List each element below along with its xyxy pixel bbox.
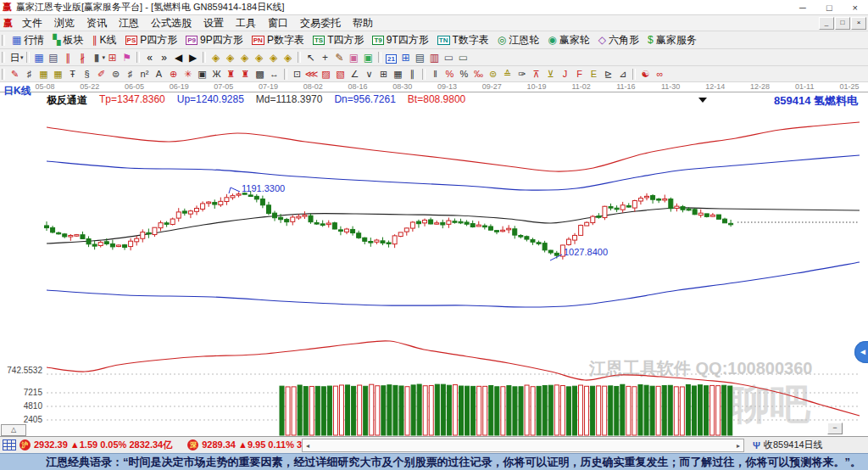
volume-pane-minus-button[interactable]: − <box>827 422 843 434</box>
taiji-icon[interactable]: ☯ <box>638 67 653 81</box>
zigzag-tool-icon[interactable]: ∨ <box>362 67 376 81</box>
gann-grid-1-icon[interactable]: ▦ <box>36 67 51 81</box>
menu-工具[interactable]: 工具 <box>230 15 262 31</box>
golden-circle-icon[interactable]: ⊜ <box>486 67 500 81</box>
grid-dense-icon[interactable]: ▦ <box>391 67 405 81</box>
permille-icon[interactable]: ‰ <box>471 67 486 81</box>
t-square-button[interactable]: TST四方形 <box>309 32 369 48</box>
grid-plus-icon[interactable]: ⊞ <box>376 67 391 81</box>
menu-窗口[interactable]: 窗口 <box>262 15 294 31</box>
pagoda-1-icon[interactable]: ♜ <box>224 67 238 81</box>
save-icon[interactable]: ▥ <box>427 51 442 64</box>
stamp-green-icon[interactable]: ▣ <box>361 51 376 64</box>
sectors-button[interactable]: ▚板块 <box>48 32 87 48</box>
maze-tool-icon[interactable]: ⊵ <box>601 67 615 81</box>
spiral-tool-icon[interactable]: § <box>80 67 94 81</box>
open-flat-icon[interactable]: ⊼ <box>529 67 543 81</box>
crosshair-grid-icon[interactable]: ⊞ <box>105 51 120 64</box>
menu-资讯[interactable]: 资讯 <box>81 15 113 31</box>
mdi-close-button[interactable]: × <box>851 17 866 30</box>
golden-ratio-icon[interactable]: ≙ <box>500 67 515 81</box>
bars-tool-icon[interactable]: ‖ <box>428 67 442 81</box>
draw-pen-icon[interactable]: ✎ <box>8 67 22 81</box>
t-number-table-button[interactable]: TNT数字表 <box>433 32 493 48</box>
prev-bar-icon[interactable]: ◀ <box>171 51 186 64</box>
percent-black-icon[interactable]: % <box>457 67 471 81</box>
winner-wheel-button[interactable]: ◉赢家轮 <box>543 32 593 48</box>
first-page-icon[interactable]: « <box>142 51 157 64</box>
last-page-icon[interactable]: » <box>157 51 171 64</box>
menu-浏览[interactable]: 浏览 <box>48 15 81 31</box>
annotate-pen-icon[interactable]: ✎ <box>332 51 347 64</box>
e-angle-icon[interactable]: E <box>587 67 601 81</box>
knife-pen-icon[interactable]: ✑ <box>515 67 529 81</box>
golden-knife-icon[interactable]: ⊻ <box>543 67 558 81</box>
gann-grid-2-icon[interactable]: ▦ <box>51 67 65 81</box>
gann-diamond-3-icon[interactable]: ◈ <box>237 51 252 64</box>
pane-expand-button[interactable]: △ <box>1 424 26 436</box>
quote-board-icon[interactable]: ▤ <box>47 51 61 64</box>
kline-overlay-icon[interactable]: ∦ <box>75 51 90 64</box>
menu-设置[interactable]: 设置 <box>198 15 230 31</box>
draw-flag-icon[interactable]: ⚑ <box>120 51 134 64</box>
kline-button[interactable]: ∥K线 <box>88 32 121 48</box>
minimize-button[interactable]: ─ <box>789 3 816 13</box>
gann-diamond-5-icon[interactable]: ◈ <box>266 51 281 64</box>
chart-pane[interactable]: 日K线 05-0805-2206-0506-1907-0507-1908-020… <box>0 82 868 436</box>
close-button[interactable]: × <box>843 3 868 13</box>
export-icon[interactable]: ▭ <box>456 51 470 64</box>
mdi-minimize-button[interactable]: _ <box>819 17 834 30</box>
next-bar-icon[interactable]: ▶ <box>186 51 200 64</box>
winner-service-button[interactable]: $赢家服务 <box>643 32 701 48</box>
shaded-box-1-icon[interactable]: ▨ <box>319 67 333 81</box>
target-circle-icon[interactable]: ⊕ <box>166 67 181 81</box>
percent-red-icon[interactable]: % <box>442 67 457 81</box>
calculator-icon[interactable]: ⊞ <box>398 51 413 64</box>
ruler-lines-icon[interactable]: ♯ <box>123 67 137 81</box>
infinity-tool-icon[interactable]: ∞ <box>653 67 667 81</box>
pagoda-2-icon[interactable]: ♜ <box>238 67 253 81</box>
menu-交易委托[interactable]: 交易委托 <box>294 15 347 31</box>
window-layout-icon[interactable]: ▦ <box>32 51 47 64</box>
menu-江恩[interactable]: 江恩 <box>113 15 145 31</box>
menu-公式选股[interactable]: 公式选股 <box>145 15 198 31</box>
calendar-21-icon[interactable]: 21 <box>384 51 398 64</box>
mdi-restore-button[interactable]: □ <box>835 17 850 30</box>
period-daily-dropdown-icon[interactable]: ▾ <box>20 54 24 61</box>
k-wave-icon[interactable]: Ж <box>209 67 224 81</box>
hexagon-button[interactable]: ◇六角形 <box>594 32 643 48</box>
scroll-right-arrow-icon[interactable]: ▸ <box>733 442 743 450</box>
ray-burst-icon[interactable]: ⋘ <box>304 67 319 81</box>
pan-hand-icon[interactable]: ↖ <box>303 51 318 64</box>
stamp-pink-icon[interactable]: ▣ <box>347 51 361 64</box>
9t-square-button[interactable]: T99T四方形 <box>368 32 432 48</box>
boxed-chart-icon[interactable]: ▣ <box>195 67 209 81</box>
gann-diamond-6-icon[interactable]: ◈ <box>281 51 295 64</box>
gann-diamond-1-icon[interactable]: ◈ <box>209 51 223 64</box>
circle-tool-icon[interactable]: ⊜ <box>108 67 123 81</box>
box-select-icon[interactable]: ⊡ <box>290 67 304 81</box>
angle-line-icon[interactable]: ∠ <box>348 67 362 81</box>
gann-fan-lines-icon[interactable]: ♯ <box>22 67 36 81</box>
gann-diamond-2-icon[interactable]: ◈ <box>223 51 237 64</box>
menu-帮助[interactable]: 帮助 <box>347 15 379 31</box>
shanghai-icon[interactable]: 沪 <box>19 439 31 450</box>
9p-square-button[interactable]: P99P四方形 <box>181 32 247 48</box>
market-quotes-button[interactable]: ▦行情 <box>8 32 48 48</box>
n-squared-icon[interactable]: n² <box>137 67 152 81</box>
shenzhen-icon[interactable]: 深 <box>187 439 198 450</box>
p-square-button[interactable]: PSP四方形 <box>121 32 182 48</box>
t-bar-tool-icon[interactable]: Ŧ <box>65 67 80 81</box>
kline-chart-icon[interactable]: ∥ <box>61 51 75 64</box>
quote-grid-icon[interactable] <box>3 439 16 450</box>
j-angle-icon[interactable]: J <box>558 67 572 81</box>
grid-window-icon[interactable]: ▩ <box>253 67 267 81</box>
kline-chart-canvas[interactable] <box>0 82 868 436</box>
width-measure-icon[interactable]: ↔ <box>267 67 281 81</box>
menu-文件[interactable]: 文件 <box>16 15 48 31</box>
horizontal-scrollbar[interactable]: ◂ ▸ <box>302 439 744 452</box>
angle-a-icon[interactable]: A <box>152 67 166 81</box>
notebook-icon[interactable]: ▤ <box>413 51 427 64</box>
marker-pen-icon[interactable]: ✐ <box>94 67 108 81</box>
zoom-in-icon[interactable]: + <box>318 51 332 64</box>
